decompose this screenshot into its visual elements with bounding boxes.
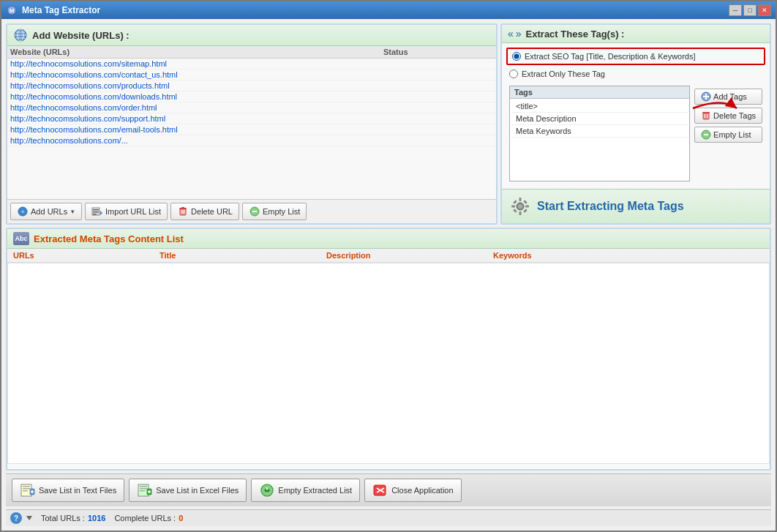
start-section[interactable]: Start Extracting Meta Tags <box>502 189 770 223</box>
save-excel-icon <box>137 482 153 498</box>
url-list-row[interactable]: http://technocomsolutions.com/email-tool… <box>7 124 496 135</box>
url-cell: http://technocomsolutions.com/contact_us… <box>10 70 383 79</box>
svg-marker-13 <box>100 211 102 215</box>
url-cell: http://technocomsolutions.com/support.ht… <box>10 114 383 123</box>
help-icon[interactable]: ? <box>10 512 22 524</box>
delete-url-label: Delete URL <box>191 207 233 216</box>
status-dropdown[interactable] <box>26 516 32 520</box>
svg-rect-40 <box>523 209 528 213</box>
save-excel-button[interactable]: Save List in Excel Files <box>129 479 247 502</box>
app-icon: M <box>6 4 18 16</box>
url-list-row[interactable]: http://technocomsolutions.com/sitemap.ht… <box>7 59 496 70</box>
radio-custom-label[interactable]: Extract Only These Tag <box>522 70 605 78</box>
abc-icon: Abc <box>13 232 29 245</box>
bottom-toolbar: Save List in Text Files Save List in Exc… <box>6 473 771 506</box>
globe-small-icon: + <box>17 206 29 217</box>
delete-tags-icon <box>701 110 711 121</box>
window-title: Meta Tag Extractor <box>22 5 729 15</box>
content-table: URLs Title Description Keywords <box>7 249 770 469</box>
svg-rect-51 <box>140 490 145 492</box>
url-list-header: Website (URLs) Status <box>7 46 496 59</box>
save-text-icon <box>20 482 36 498</box>
save-text-button[interactable]: Save List in Text Files <box>12 479 124 502</box>
url-list-row[interactable]: http://technocomsolutions.com/downloads.… <box>7 91 496 102</box>
url-list-row[interactable]: http://technocomsolutions.com/contact_us… <box>7 70 496 80</box>
url-list-row[interactable]: http://technocomsolutions.com/products.h… <box>7 80 496 91</box>
url-cell: http://technocomsolutions.com/products.h… <box>10 81 383 90</box>
import-url-button[interactable]: Import URL List <box>85 203 168 220</box>
svg-text:M: M <box>10 7 15 14</box>
content-table-body[interactable] <box>7 263 770 464</box>
total-urls-count: 1016 <box>88 514 105 522</box>
tag-row[interactable]: <title> <box>511 100 688 113</box>
delete-tags-button[interactable]: Delete Tags <box>694 108 762 124</box>
url-list-container: Website (URLs) Status http://technocomso… <box>7 46 496 199</box>
content-list-title: Extracted Meta Tags Content List <box>34 233 184 244</box>
import-icon <box>91 206 103 217</box>
tags-table: Tags <title>Meta DescriptionMeta Keyword… <box>509 86 690 181</box>
tag-row[interactable]: Meta Description <box>511 113 688 125</box>
url-toolbar: + Add URLs ▼ <box>7 199 496 223</box>
status-cell <box>383 114 493 123</box>
tag-row[interactable]: Meta Keywords <box>511 125 688 138</box>
extract-panel: « » Extract These Tag(s) : Extract SEO T… <box>500 23 771 225</box>
url-cell: http://technocomsolutions.com/... <box>10 136 383 145</box>
empty-list-button[interactable]: Empty List <box>242 203 307 220</box>
tags-buttons: Add Tags <box>694 86 762 181</box>
empty-tags-label: Empty List <box>713 130 751 139</box>
maximize-button[interactable]: □ <box>743 4 757 16</box>
svg-rect-26 <box>702 112 710 113</box>
col-header-extra <box>657 251 767 260</box>
dropdown-arrow-icon: ▼ <box>70 209 75 215</box>
radio-seo-input[interactable] <box>512 52 521 61</box>
add-tags-label: Add Tags <box>713 92 747 101</box>
svg-rect-25 <box>703 113 709 119</box>
close-app-button[interactable]: Close Application <box>364 479 461 502</box>
svg-text:+: + <box>21 209 25 215</box>
svg-rect-10 <box>93 209 99 211</box>
delete-url-button[interactable]: Delete URL <box>170 203 239 220</box>
add-tags-button[interactable]: Add Tags <box>694 89 762 105</box>
start-extract-label: Start Extracting Meta Tags <box>537 200 684 213</box>
tags-area: Tags <title>Meta DescriptionMeta Keyword… <box>506 83 765 184</box>
url-list-row[interactable]: http://technocomsolutions.com/support.ht… <box>7 113 496 124</box>
col-header-url: Website (URLs) <box>10 48 383 56</box>
empty-extracted-button[interactable]: Empty Extracted List <box>251 479 360 502</box>
content-table-header: URLs Title Description Keywords <box>7 249 770 263</box>
extract-header-icon: « » <box>508 28 522 40</box>
svg-rect-35 <box>511 206 515 208</box>
total-urls-label: Total URLs : <box>41 514 85 522</box>
main-window: M Meta Tag Extractor ─ □ ✕ <box>0 0 777 532</box>
url-list-row[interactable]: http://technocomsolutions.com/... <box>7 135 496 146</box>
complete-urls-count: 0 <box>179 514 183 522</box>
status-cell <box>383 59 493 68</box>
svg-rect-38 <box>523 200 528 204</box>
url-cell: http://technocomsolutions.com/sitemap.ht… <box>10 59 383 68</box>
svg-rect-50 <box>140 488 147 490</box>
radio-seo-label[interactable]: Extract SEO Tag [Title, Description & Ke… <box>525 52 696 61</box>
radio-seo-option[interactable]: Extract SEO Tag [Title, Description & Ke… <box>509 50 762 62</box>
top-section: Add Website (URLs) : Website (URLs) Stat… <box>6 23 771 225</box>
url-list-body[interactable]: http://technocomsolutions.com/sitemap.ht… <box>7 59 496 183</box>
radio-option-1-container: Extract SEO Tag [Title, Description & Ke… <box>506 48 765 65</box>
empty-extracted-icon <box>259 482 275 498</box>
status-cell <box>383 136 493 145</box>
add-urls-button[interactable]: + Add URLs ▼ <box>10 203 82 220</box>
status-cell <box>383 81 493 90</box>
svg-rect-43 <box>23 488 30 490</box>
radio-custom-input[interactable] <box>509 70 518 78</box>
empty-tags-button[interactable]: Empty List <box>694 127 762 143</box>
add-urls-label: Add URLs <box>31 207 67 216</box>
status-cell <box>383 103 493 112</box>
close-button[interactable]: ✕ <box>758 4 771 16</box>
radio-custom-option[interactable]: Extract Only These Tag <box>506 68 765 80</box>
minimize-button[interactable]: ─ <box>729 4 742 16</box>
window-controls: ─ □ ✕ <box>729 4 771 16</box>
status-cell <box>383 92 493 101</box>
svg-rect-42 <box>23 486 30 487</box>
url-list-row[interactable]: http://technocomsolutions.com/order.html <box>7 102 496 113</box>
svg-rect-39 <box>513 209 517 213</box>
status-bar: ? Total URLs : 1016 Complete URLs : 0 <box>6 509 771 526</box>
status-cell <box>383 125 493 134</box>
close-app-icon <box>372 482 388 498</box>
